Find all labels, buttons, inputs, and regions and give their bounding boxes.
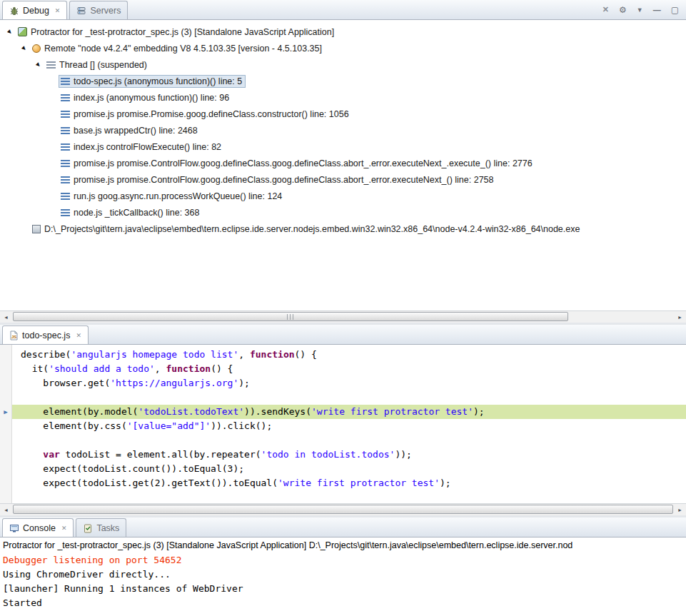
gutter-cell[interactable] xyxy=(0,433,11,448)
tab-servers[interactable]: Servers xyxy=(69,1,128,19)
debug-tree-row[interactable]: promise.js promise.Promise.goog.defineCl… xyxy=(0,106,686,122)
code-line xyxy=(12,390,686,405)
tree-item: Thread [] (suspended) xyxy=(44,59,151,71)
close-tab-icon[interactable]: ✕ xyxy=(55,7,61,14)
code-line: expect(todoList.get(2).getText()).toEqua… xyxy=(12,476,686,490)
code-segment-plain: )); xyxy=(395,449,411,460)
gutter-cell[interactable] xyxy=(0,348,11,362)
code-segment-plain: () { xyxy=(211,363,233,374)
tree-item-label: promise.js promise.ControlFlow.goog.defi… xyxy=(74,175,494,185)
view-menu-chevron-icon[interactable]: ▼ xyxy=(637,6,643,14)
scroll-right-icon[interactable]: ► xyxy=(674,504,686,515)
stack-frame-icon xyxy=(61,78,70,85)
scrollbar-grip xyxy=(287,314,294,320)
debug-tree-row[interactable]: ▶Remote "node v4.2.4" embedding V8 4.5.1… xyxy=(0,40,686,56)
debug-tree-row[interactable]: promise.js promise.ControlFlow.goog.defi… xyxy=(0,155,686,171)
code-line xyxy=(12,433,686,448)
debug-tree-row[interactable]: index.js controlFlowExecute() line: 82 xyxy=(0,138,686,155)
scroll-left-icon[interactable]: ◄ xyxy=(0,311,12,323)
debug-tree-row[interactable]: todo-spec.js (anonymous function)() line… xyxy=(0,73,686,89)
remove-all-terminated-icon[interactable]: ✕ xyxy=(602,5,609,14)
instruction-pointer-icon[interactable]: ▶ xyxy=(0,405,11,419)
debug-horizontal-scrollbar[interactable]: ◄ ► xyxy=(0,310,686,323)
debug-tree-row[interactable]: base.js wrappedCtr() line: 2468 xyxy=(0,122,686,138)
tree-item: Protractor for _test-protractor_spec.js … xyxy=(16,26,338,39)
maximize-view-icon[interactable]: ▢ xyxy=(671,5,679,15)
scroll-right-icon[interactable]: ► xyxy=(674,311,686,323)
debug-tree-row[interactable]: ▶Thread [] (suspended) xyxy=(0,56,686,73)
code-segment-string: 'should add a todo' xyxy=(49,363,155,374)
tab-todo-spec-js[interactable]: JS todo-spec.js ✕ xyxy=(2,325,89,344)
stack-frame-icon xyxy=(61,160,70,167)
stack-frame-icon xyxy=(61,127,70,134)
code-segment-keyword: var xyxy=(43,449,59,460)
tab-tasks[interactable]: Tasks xyxy=(76,518,126,537)
tree-item-label: promise.js promise.ControlFlow.goog.defi… xyxy=(74,158,533,168)
stack-frame-icon xyxy=(61,143,70,151)
tree-item-label: index.js controlFlowExecute() line: 82 xyxy=(74,142,221,152)
scroll-left-icon[interactable]: ◄ xyxy=(0,504,12,515)
code-segment-plain: todoList = element.all(by.repeater( xyxy=(60,449,261,460)
console-line-stderr: Debugger listening on port 54652 xyxy=(3,553,686,567)
tree-item-label: Protractor for _test-protractor_spec.js … xyxy=(31,27,334,37)
code-segment-plain: ); xyxy=(473,406,485,417)
console-output[interactable]: Debugger listening on port 54652Using Ch… xyxy=(0,553,686,616)
gutter-cell[interactable] xyxy=(0,362,11,376)
code-segment-plain: expect(todoList.count()).toEqual(3); xyxy=(21,463,244,474)
scrollbar-thumb[interactable] xyxy=(13,505,673,514)
code-segment-plain: )).click(); xyxy=(211,420,272,431)
debug-tree-row[interactable]: run.js goog.async.run.processWorkQueue()… xyxy=(0,188,686,204)
editor-horizontal-scrollbar[interactable]: ◄ ► xyxy=(0,503,686,515)
close-console-tab-icon[interactable]: ✕ xyxy=(61,525,67,532)
gutter-cell[interactable] xyxy=(0,476,11,490)
js-app-icon xyxy=(18,27,27,36)
debug-view-toolbar: ✕ ⚙ ▼ — ▢ xyxy=(602,5,686,15)
tab-debug-label: Debug xyxy=(23,6,49,16)
expand-toggle-icon[interactable]: ▶ xyxy=(33,62,44,68)
code-segment-plain: ); xyxy=(440,478,451,488)
gutter-cell[interactable] xyxy=(0,462,11,476)
gutter-cell[interactable] xyxy=(0,390,11,405)
debug-tree-row[interactable]: node.js _tickCallback() line: 368 xyxy=(0,204,686,221)
code-segment-string: 'todoList.todoText' xyxy=(138,406,244,417)
tree-item: run.js goog.async.run.processWorkQueue()… xyxy=(59,190,286,203)
gears-icon[interactable]: ⚙ xyxy=(619,5,627,15)
tree-item: D:\_Projects\git\tern.java\eclipse\embed… xyxy=(30,223,583,236)
debug-tree-row[interactable]: index.js (anonymous function)() line: 96 xyxy=(0,89,686,106)
tab-debug[interactable]: Debug ✕ xyxy=(2,1,67,19)
code-segment-plain: , xyxy=(238,349,250,360)
code-segment-string: 'angularjs homepage todo list' xyxy=(71,349,238,360)
console-process-title: Protractor for _test-protractor_spec.js … xyxy=(0,537,686,553)
console-view-panel: Console ✕ Tasks Protractor for _test-pro… xyxy=(0,515,686,616)
tasks-icon xyxy=(83,523,93,533)
console-line-stdout: Started xyxy=(3,596,686,610)
remote-vm-icon xyxy=(32,44,41,53)
code-segment-plain: , xyxy=(155,363,166,374)
debug-tree-row[interactable]: D:\_Projects\git\tern.java\eclipse\embed… xyxy=(0,221,686,237)
expand-toggle-icon[interactable]: ▶ xyxy=(19,46,30,51)
tree-item-label: Thread [] (suspended) xyxy=(59,60,147,70)
code-segment-plain: )).sendKeys( xyxy=(244,406,311,417)
scrollbar-thumb[interactable] xyxy=(13,312,568,321)
editor-gutter[interactable]: ▶ xyxy=(0,345,12,503)
tree-item: node.js _tickCallback() line: 368 xyxy=(59,206,203,219)
gutter-cell[interactable] xyxy=(0,419,11,433)
console-line-stdout: [launcher] Running 1 instances of WebDri… xyxy=(3,582,686,596)
expand-toggle-icon[interactable]: ▶ xyxy=(4,29,16,35)
editor-tabbar: JS todo-spec.js ✕ xyxy=(0,325,686,345)
gutter-cell[interactable] xyxy=(0,376,11,390)
tab-console[interactable]: Console ✕ xyxy=(2,518,74,537)
debug-tree-row[interactable]: ▶Protractor for _test-protractor_spec.js… xyxy=(0,24,686,40)
svg-text:JS: JS xyxy=(11,335,16,339)
code-segment-string: '[value="add"]' xyxy=(127,420,211,431)
tree-item-label: index.js (anonymous function)() line: 96 xyxy=(74,93,229,103)
debug-tree-row[interactable]: promise.js promise.ControlFlow.goog.defi… xyxy=(0,171,686,188)
gutter-cell[interactable] xyxy=(0,448,11,462)
code-segment-plain: () { xyxy=(295,349,317,360)
tree-item: promise.js promise.ControlFlow.goog.defi… xyxy=(59,157,536,170)
code-line: var todoList = element.all(by.repeater('… xyxy=(12,448,686,462)
code-editor[interactable]: ▶ describe('angularjs homepage todo list… xyxy=(0,345,686,503)
minimize-view-icon[interactable]: — xyxy=(653,6,661,14)
tree-item-label: D:\_Projects\git\tern.java\eclipse\embed… xyxy=(44,224,580,234)
close-editor-tab-icon[interactable]: ✕ xyxy=(76,332,81,339)
